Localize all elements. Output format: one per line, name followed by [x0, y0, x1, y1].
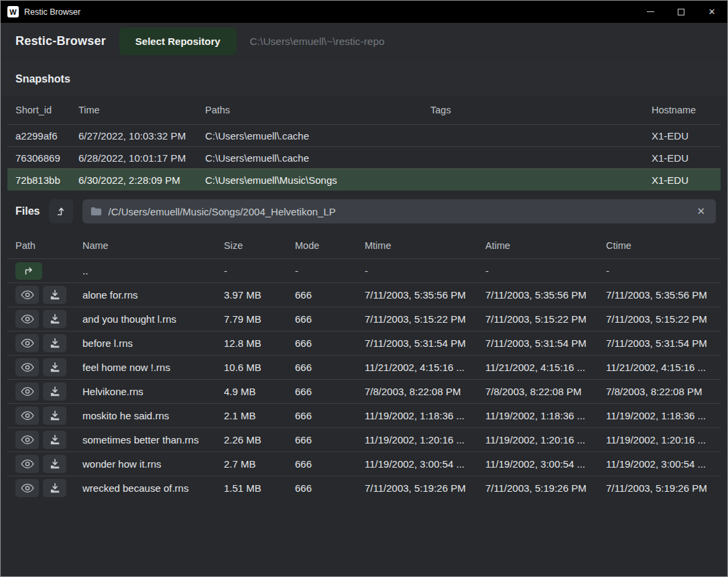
eye-icon [21, 314, 34, 324]
file-size: 7.79 MB [216, 313, 287, 325]
eye-icon [21, 362, 34, 372]
file-name: sometimes better than.rns [74, 434, 216, 445]
eye-icon [21, 459, 34, 469]
preview-file-button[interactable] [15, 407, 39, 425]
files-path-input[interactable]: /C/Users/emuell/Music/Songs/2004_Helveti… [82, 199, 716, 223]
file-name: before l.rns [74, 337, 216, 349]
snapshot-time: 6/28/2022, 10:01:17 PM [70, 152, 197, 164]
col-name: Name [74, 240, 216, 251]
snapshot-paths: C:\Users\emuell\.cache [197, 152, 422, 164]
file-ctime: 7/11/2003, 5:15:22 PM [598, 313, 721, 325]
file-row: alone for.rns 3.97 MB 666 7/11/2003, 5:3… [7, 282, 721, 307]
download-file-button[interactable] [43, 455, 66, 473]
col-path: Path [7, 240, 74, 251]
file-size: 1.51 MB [216, 482, 287, 494]
download-file-button[interactable] [43, 479, 66, 497]
download-file-button[interactable] [43, 431, 66, 449]
download-file-button[interactable] [43, 334, 66, 352]
minimize-icon [647, 11, 654, 12]
window-title: Restic Browser [24, 7, 80, 17]
preview-file-button[interactable] [15, 455, 39, 473]
file-mtime: 7/11/2003, 5:15:22 PM [357, 313, 477, 325]
download-file-button[interactable] [43, 358, 66, 376]
download-file-button[interactable] [43, 382, 66, 401]
file-mode: 666 [287, 289, 357, 301]
download-icon [50, 338, 60, 349]
preview-file-button[interactable] [15, 479, 39, 497]
col-mtime: Mtime [357, 240, 477, 251]
file-row: and you thought l.rns 7.79 MB 666 7/11/2… [7, 307, 721, 331]
empty-area [1, 500, 727, 567]
download-icon [50, 386, 60, 397]
file-name: .. [74, 265, 216, 276]
download-icon [50, 459, 60, 470]
app-logo-icon: W [7, 6, 19, 17]
download-file-button[interactable] [43, 286, 66, 304]
app-name: Restic-Browser [15, 34, 106, 48]
files-rows: alone for.rns 3.97 MB 666 7/11/2003, 5:3… [7, 282, 721, 500]
snapshot-hostname: X1-EDU [644, 130, 721, 142]
file-mode: 666 [287, 337, 357, 349]
snapshot-hostname: X1-EDU [644, 174, 721, 186]
file-ctime: 11/21/2002, 4:15:16 ... [598, 362, 721, 373]
snapshot-time: 6/30/2022, 2:28:09 PM [70, 174, 197, 186]
preview-file-button[interactable] [15, 334, 39, 352]
maximize-icon [678, 9, 684, 15]
col-hostname: Hostname [644, 105, 721, 115]
col-short-id: Short_id [7, 105, 70, 115]
file-size: 2.26 MB [216, 434, 287, 445]
snapshots-table: Short_id Time Paths Tags Hostname a2299a… [1, 96, 727, 191]
file-size: 4.9 MB [216, 386, 287, 397]
file-mode: 666 [287, 362, 357, 373]
download-file-button[interactable] [43, 310, 66, 328]
preview-file-button[interactable] [15, 382, 39, 401]
snapshots-section-title: Snapshots [1, 60, 727, 96]
file-atime: 7/11/2003, 5:19:26 PM [477, 482, 598, 494]
close-button[interactable]: ✕ [696, 1, 727, 23]
file-atime: 7/11/2003, 5:35:56 PM [477, 289, 598, 301]
preview-file-button[interactable] [15, 358, 39, 376]
col-tags: Tags [422, 105, 644, 115]
file-size: 10.6 MB [216, 362, 287, 373]
download-icon [50, 411, 60, 421]
file-mtime: 7/11/2003, 5:31:54 PM [357, 337, 477, 349]
file-mode: 666 [287, 410, 357, 421]
file-size: 3.97 MB [216, 289, 287, 301]
preview-file-button[interactable] [15, 431, 39, 449]
parent-directory-arrow-icon [23, 266, 35, 276]
file-mtime: 11/19/2002, 1:18:36 ... [357, 410, 477, 421]
file-size: 2.1 MB [216, 410, 287, 421]
file-row: moskito he said.rns 2.1 MB 666 11/19/200… [7, 403, 721, 427]
files-path-value: /C/Users/emuell/Music/Songs/2004_Helveti… [108, 206, 688, 217]
level-up-icon [55, 205, 67, 217]
eye-icon [21, 411, 34, 421]
file-mtime: 11/19/2002, 3:00:54 ... [357, 458, 477, 470]
file-mode: 666 [287, 482, 357, 494]
file-row: wrecked because of.rns 1.51 MB 666 7/11/… [7, 476, 721, 500]
go-parent-directory-button[interactable] [15, 262, 42, 280]
file-name: feel home now !.rns [74, 362, 216, 373]
file-size: 2.7 MB [216, 458, 287, 470]
snapshot-row[interactable]: 76306869 6/28/2022, 10:01:17 PM C:\Users… [7, 146, 721, 168]
file-atime: 11/19/2002, 3:00:54 ... [477, 458, 598, 470]
download-icon [50, 290, 60, 301]
level-up-button[interactable] [49, 199, 73, 223]
file-row: feel home now !.rns 10.6 MB 666 11/21/20… [7, 355, 721, 379]
preview-file-button[interactable] [15, 310, 39, 328]
snapshot-short-id: 72b813bb [7, 174, 70, 186]
snapshot-row-selected[interactable]: 72b813bb 6/30/2022, 2:28:09 PM C:\Users\… [7, 168, 721, 191]
files-table-header: Path Name Size Mode Mtime Atime Ctime [7, 233, 721, 258]
snapshot-row[interactable]: a2299af6 6/27/2022, 10:03:32 PM C:\Users… [7, 124, 721, 146]
preview-file-button[interactable] [15, 286, 39, 304]
download-file-button[interactable] [43, 407, 66, 425]
file-mtime: 11/19/2002, 1:20:16 ... [357, 434, 477, 445]
minimize-button[interactable] [635, 1, 666, 23]
file-mtime: 7/8/2003, 8:22:08 PM [357, 386, 477, 397]
snapshot-time: 6/27/2022, 10:03:32 PM [70, 130, 197, 142]
file-mode: 666 [287, 458, 357, 470]
file-row: before l.rns 12.8 MB 666 7/11/2003, 5:31… [7, 331, 721, 355]
eye-icon [21, 338, 34, 348]
select-repository-button[interactable]: Select Repository [119, 28, 237, 55]
maximize-button[interactable] [666, 1, 696, 23]
clear-path-icon[interactable]: ✕ [694, 205, 708, 217]
